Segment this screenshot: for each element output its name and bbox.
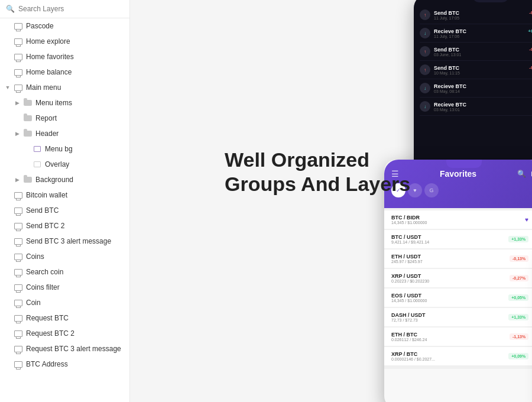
layer-item-coins-filter[interactable]: Coins filter [0, 280, 129, 295]
coin-favorite-icon[interactable]: ♥ [525, 216, 528, 223]
phone1-screen: ↑Send BTC11 July, 17:05-0.043010 BTC-$39… [414, 0, 532, 183]
layer-item-background[interactable]: Background [0, 172, 129, 187]
btc-crypto-amount: -0.043010 BTC [529, 10, 532, 15]
btc-usd-amount: -$19.42 [529, 70, 532, 74]
layer-item-request-btc[interactable]: Request BTC [0, 310, 129, 326]
send-arrow-icon: ↑ [420, 64, 430, 75]
layer-item-menu-bg[interactable]: Menu bg [0, 141, 129, 157]
btc-info: Recieve BTC03 May, 08:14 [434, 83, 530, 93]
layer-item-search-coin[interactable]: Search coin [0, 264, 129, 280]
recv-arrow-icon: ↓ [420, 83, 430, 93]
coin-pair-label: BTC / BIDR [391, 215, 520, 221]
layer-item-home-favorites[interactable]: Home favorites [0, 49, 129, 64]
label-bitcoin-wallet: Bitcoin wallet [26, 191, 67, 199]
icon-pascode [14, 21, 23, 31]
btc-amount: +0.003159 BTC+$29.09 [528, 28, 532, 38]
chevron-header [14, 131, 20, 137]
btc-transaction-row: ↓Recieve BTC03 May, 08:14+0.0715 BTC+$65… [420, 79, 532, 98]
layer-item-bitcoin-wallet[interactable]: Bitcoin wallet [0, 187, 129, 203]
label-background: Background [35, 176, 73, 184]
coin-change-badge: -0,27% [510, 275, 528, 281]
btc-title: Recieve BTC [434, 102, 530, 108]
btc-info: Recieve BTC11 July, 17:06 [434, 28, 524, 38]
btc-date: 03 May, 13:01 [434, 108, 530, 112]
phone-btc-transactions: ↑Send BTC11 July, 17:05-0.043010 BTC-$39… [414, 0, 532, 183]
btc-info: Send BTC10 May, 11:15 [434, 65, 525, 75]
coin-row[interactable]: XRP / USDT0.20223 / $0.202230-0,27%≡ [384, 269, 532, 287]
layer-item-send-btc-3[interactable]: Send BTC 3 alert message [0, 234, 129, 249]
layer-item-overlay[interactable]: Overlay [0, 157, 129, 172]
fav-tab-g[interactable]: G [424, 183, 439, 197]
layer-item-request-btc-3[interactable]: Request BTC 3 alert message [0, 341, 129, 356]
layer-item-report[interactable]: Report [0, 111, 129, 126]
search-input[interactable] [18, 5, 124, 13]
icon-home-favorites [14, 52, 23, 61]
btc-transaction-row: ↑Send BTC03 June, 13:01-0.002109 BTC-$19… [420, 43, 532, 61]
layer-item-home-balance[interactable]: Home balance [0, 64, 129, 80]
label-coins-filter: Coins filter [26, 283, 60, 291]
coin-row[interactable]: EOS / USDT14,345 / $1.000000+0,05%≡ [384, 288, 532, 307]
btc-crypto-amount: +0.003159 BTC [528, 28, 532, 34]
layer-item-btc-address[interactable]: BTC Address [0, 356, 129, 372]
btc-crypto-amount: -0.002109 BTC [529, 47, 532, 52]
big-text-line1: Well Organized [225, 148, 410, 172]
coin-pair-info: BTC / USDT9,421.14 / $9,421.14 [391, 234, 504, 244]
phone-notch-1 [473, 0, 508, 2]
coin-price-label: 0.00002146 / $0.2027... [391, 357, 504, 361]
coin-row[interactable]: XRP / BTC0.00002146 / $0.2027...+0,09%≡ [384, 347, 532, 365]
right-content: Well Organized Groups And Layers ↑Send B… [130, 0, 532, 402]
label-coins: Coins [26, 252, 44, 261]
btc-transaction-row: ↓Recieve BTC03 May, 13:01+0.0715 BTC+$65… [420, 98, 532, 116]
coin-pair-label: XRP / BTC [391, 351, 504, 357]
btc-transaction-row: ↓Recieve BTC11 July, 17:06+0.003159 BTC+… [420, 24, 532, 43]
btc-date: 03 May, 08:14 [434, 89, 530, 93]
coin-row[interactable]: ETH / BTC0.026112 / $246.24-1,13%≡ [384, 328, 532, 346]
label-header: Header [35, 129, 59, 138]
coin-row[interactable]: ETH / USDT245.97 / $245.97-0,13%≡ [384, 249, 532, 268]
btc-amount: -0.043010 BTC-$396.07 [529, 10, 532, 20]
btc-date: 11 July, 17:05 [434, 16, 525, 20]
search-icon: 🔍 [6, 5, 15, 13]
layer-item-main-menu[interactable]: Main menu [0, 80, 129, 95]
coin-pair-info: ETH / USDT245.97 / $245.97 [391, 254, 505, 264]
phone-notch-2 [446, 160, 482, 168]
coin-price-label: 14,345 / $1.000000 [391, 299, 504, 303]
coin-row[interactable]: DASH / USDT72,73 / $72.73+1,33%≡ [384, 308, 532, 326]
layer-item-send-btc-2[interactable]: Send BTC 2 [0, 218, 129, 234]
layers-panel: 🔍 PascodeHome exploreHome favoritesHome … [0, 0, 130, 402]
layer-item-header[interactable]: Header [0, 126, 129, 141]
coin-row[interactable]: BTC / USDT9,421.14 / $9,421.14+1,33%≡ [384, 230, 532, 248]
coin-price-label: 14,345 / $1.000000 [391, 221, 520, 225]
layer-item-coins[interactable]: Coins [0, 249, 129, 264]
btc-title: Send BTC [434, 10, 525, 16]
coin-row[interactable]: BTC / BIDR14,345 / $1.000000♥≡ [384, 210, 532, 229]
label-pascode: Pascode [26, 22, 54, 30]
layer-item-coin[interactable]: Coin [0, 295, 129, 310]
search-icon-fav[interactable]: 🔍 [517, 170, 526, 178]
layer-item-home-explore[interactable]: Home explore [0, 34, 129, 49]
btc-date: 11 July, 17:06 [434, 34, 524, 38]
btc-date: 03 June, 13:01 [434, 53, 525, 57]
search-bar[interactable]: 🔍 [0, 0, 129, 18]
layer-item-menu-items[interactable]: Menu items [0, 95, 129, 111]
btc-usd-amount: -$396.07 [529, 15, 532, 20]
btc-title: Send BTC [434, 65, 525, 71]
layer-item-send-btc[interactable]: Send BTC [0, 203, 129, 218]
label-overlay: Overlay [45, 160, 69, 168]
layer-item-request-btc-2[interactable]: Request BTC 2 [0, 326, 129, 341]
coin-change-badge: -0,13% [510, 255, 528, 262]
icon-menu-items [23, 98, 33, 108]
icon-btc-address [14, 359, 23, 369]
coin-pair-label: ETH / BTC [391, 332, 505, 338]
icon-home-explore [14, 37, 23, 46]
layer-item-pascode[interactable]: Pascode [0, 18, 129, 34]
coin-pair-info: ETH / BTC0.026112 / $246.24 [391, 332, 505, 342]
btc-title: Send BTC [434, 47, 525, 53]
coin-pair-info: BTC / BIDR14,345 / $1.000000 [391, 215, 520, 225]
btc-crypto-amount: -0.002109 BTC [529, 65, 532, 70]
label-menu-bg: Menu bg [45, 145, 73, 153]
btc-transaction-row: ↑Send BTC11 July, 17:05-0.043010 BTC-$39… [420, 6, 532, 24]
coin-change-badge: +0,09% [508, 353, 528, 359]
label-btc-address: BTC Address [26, 360, 68, 368]
chevron-menu-items [14, 100, 20, 106]
